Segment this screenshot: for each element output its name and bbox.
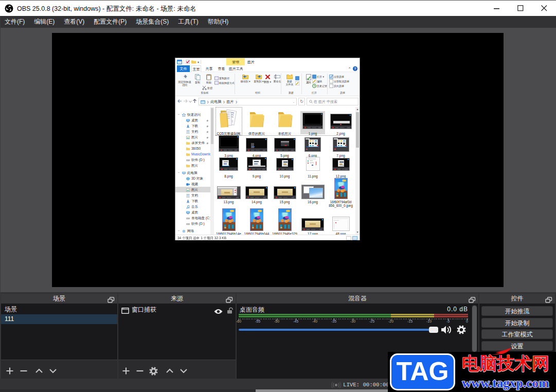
sidebar-item-10[interactable]: 此电脑› bbox=[175, 170, 210, 175]
maximize-button[interactable] bbox=[509, 1, 532, 16]
mixer-popout-icon[interactable] bbox=[469, 296, 476, 302]
ribbon-copy-path[interactable]: 复制路径 bbox=[214, 76, 229, 80]
file-thumbnail[interactable] bbox=[247, 157, 267, 171]
details-view-icon[interactable] bbox=[346, 236, 351, 240]
menu-item-file[interactable]: 文件(F) bbox=[0, 16, 29, 28]
address-input[interactable]: ❯此电脑❯图片❯⌄ bbox=[199, 98, 297, 105]
scenes-remove-button[interactable] bbox=[20, 367, 28, 375]
sidebar-item-9[interactable]: 图片 bbox=[175, 163, 210, 168]
sidebar-item-5[interactable]: 录屏文件 bbox=[175, 140, 210, 146]
help-icon[interactable]: ? bbox=[353, 66, 357, 71]
expand-arrow-icon[interactable]: › bbox=[176, 230, 182, 231]
ribbon-copy[interactable]: 复制 bbox=[193, 74, 202, 84]
file-thumbnail[interactable] bbox=[330, 114, 352, 129]
file-thumbnail[interactable] bbox=[301, 218, 324, 231]
sources-popout-icon[interactable] bbox=[226, 296, 233, 302]
scene-item-1[interactable]: 111 bbox=[1, 314, 117, 324]
explorer-tab-4[interactable]: 查看 bbox=[217, 65, 226, 72]
ribbon-delete[interactable]: 删除 ▾ bbox=[262, 74, 273, 83]
sources-up-button[interactable] bbox=[166, 367, 174, 375]
file-thumbnail[interactable] bbox=[246, 110, 267, 129]
file-thumbnail[interactable] bbox=[332, 217, 350, 231]
sidebar-item-2[interactable]: 下载 bbox=[175, 123, 210, 129]
sidebar-item-17[interactable]: 桌面 bbox=[175, 209, 210, 215]
ribbon-move-to[interactable]: 移动到 ▾ bbox=[239, 74, 252, 83]
ribbon-rename[interactable]: 重命名 bbox=[272, 74, 282, 83]
files-scrollbar[interactable]: ▲▼ bbox=[355, 107, 360, 235]
menu-item-view[interactable]: 查看(V) bbox=[59, 16, 89, 28]
forward-icon[interactable] bbox=[183, 99, 188, 104]
sidebar-item-20[interactable]: 网络› bbox=[175, 228, 210, 234]
studio-mode-button[interactable]: 工作室模式 bbox=[481, 329, 553, 339]
sources-props-button[interactable] bbox=[149, 367, 157, 375]
ribbon-paste-shortcut[interactable]: 粘贴快捷方式 bbox=[214, 81, 235, 85]
visibility-eye-icon[interactable] bbox=[214, 307, 223, 316]
thumbnail-view-icon[interactable] bbox=[352, 236, 357, 240]
sidebar-item-16[interactable]: 音乐 bbox=[175, 204, 210, 209]
sidebar-item-8[interactable]: 软件 (D:) bbox=[175, 157, 210, 163]
sidebar-item-13[interactable]: 图片 bbox=[175, 187, 210, 192]
scenes-up-button[interactable] bbox=[35, 367, 43, 375]
volume-slider[interactable] bbox=[239, 329, 461, 331]
expand-arrow-icon[interactable]: › bbox=[176, 114, 182, 115]
manage-context-tab[interactable]: 管理 bbox=[226, 58, 245, 65]
sources-down-button[interactable] bbox=[180, 367, 188, 375]
file-thumbnail[interactable] bbox=[334, 178, 348, 199]
scenes-popout-icon[interactable] bbox=[107, 296, 115, 302]
start-recording-button[interactable]: 开始录制 bbox=[481, 318, 553, 328]
sidebar-scrollbar[interactable] bbox=[210, 107, 214, 235]
ribbon-pin-to-quick-access[interactable]: 固定到快速访问 bbox=[177, 74, 192, 86]
mixer-scrollbar-thumb[interactable] bbox=[472, 306, 477, 352]
sources-add-button[interactable] bbox=[122, 367, 130, 375]
sidebar-item-0[interactable]: 快速访问› bbox=[175, 112, 210, 117]
file-thumbnail[interactable] bbox=[276, 158, 294, 171]
explorer-tab-5[interactable]: 图片工具 bbox=[229, 65, 243, 72]
file-thumbnail[interactable] bbox=[274, 186, 296, 199]
back-icon[interactable] bbox=[177, 99, 182, 104]
explorer-tab-2[interactable]: 主页 bbox=[191, 65, 201, 72]
mixer-settings-icon[interactable] bbox=[457, 325, 466, 336]
files-scrollbar-thumb[interactable] bbox=[356, 112, 359, 148]
file-thumbnail[interactable] bbox=[302, 113, 323, 129]
preview-area[interactable]: ▾管理图片文件主页共享查看图片工具⌃?剪贴板组织新建打开选择固定到快速访问复制粘… bbox=[0, 28, 556, 292]
sidebar-item-14[interactable]: 文档 bbox=[175, 192, 210, 198]
file-thumbnail[interactable] bbox=[304, 137, 321, 152]
menu-item-edit[interactable]: 编辑(E) bbox=[29, 16, 59, 28]
ribbon-cut[interactable]: 剪切 bbox=[202, 85, 212, 90]
file-thumbnail[interactable] bbox=[275, 110, 295, 129]
ribbon-select-none[interactable]: 全部取消选择 bbox=[329, 79, 349, 83]
file-thumbnail[interactable] bbox=[278, 208, 292, 231]
scene-item-0[interactable]: 场景 bbox=[1, 305, 117, 314]
menu-item-help[interactable]: 帮助(H) bbox=[203, 16, 234, 28]
sidebar-item-12[interactable]: 视频 bbox=[175, 181, 210, 187]
ribbon-edit[interactable]: 编辑 bbox=[312, 79, 322, 83]
search-input[interactable]: 在 图片 中搜索 bbox=[307, 98, 358, 105]
file-thumbnail[interactable] bbox=[274, 138, 296, 152]
sidebar-item-11[interactable]: 3D 对象 bbox=[175, 175, 210, 181]
sidebar-item-1[interactable]: 桌面 bbox=[175, 117, 210, 123]
lock-icon[interactable] bbox=[227, 307, 234, 316]
menu-item-tools[interactable]: 工具(T) bbox=[173, 16, 203, 28]
ribbon-open[interactable]: 打开 ▾ bbox=[312, 75, 324, 79]
start-streaming-button[interactable]: 开始推流 bbox=[481, 306, 553, 316]
scroll-up-icon[interactable]: ▲ bbox=[355, 107, 360, 112]
expand-arrow-icon[interactable]: › bbox=[176, 172, 182, 173]
sources-remove-button[interactable] bbox=[136, 367, 144, 375]
ribbon-new-folder[interactable]: 新建文件夹 bbox=[283, 74, 296, 86]
file-thumbnail[interactable] bbox=[333, 137, 349, 152]
minimize-button[interactable] bbox=[485, 1, 509, 16]
sidebar-item-19[interactable]: 软件 (D:) bbox=[175, 221, 210, 226]
scenes-down-button[interactable] bbox=[49, 367, 57, 375]
file-thumbnail[interactable] bbox=[219, 157, 238, 171]
file-thumbnail[interactable] bbox=[222, 208, 236, 231]
menu-item-scene-collection[interactable]: 场景集合(S) bbox=[131, 16, 173, 28]
history-dropdown-icon[interactable] bbox=[189, 99, 192, 104]
close-button[interactable] bbox=[532, 1, 556, 16]
ribbon-easy-access[interactable] bbox=[295, 76, 300, 80]
menu-item-profile[interactable]: 配置文件(P) bbox=[89, 16, 131, 28]
volume-slider-handle[interactable] bbox=[429, 327, 438, 333]
ribbon-paste[interactable]: 粘贴 bbox=[204, 74, 213, 84]
ribbon-collapse-icon[interactable]: ⌃ bbox=[348, 67, 351, 72]
explorer-tab-3[interactable]: 共享 bbox=[204, 65, 214, 72]
scroll-down-icon[interactable]: ▼ bbox=[355, 230, 360, 235]
